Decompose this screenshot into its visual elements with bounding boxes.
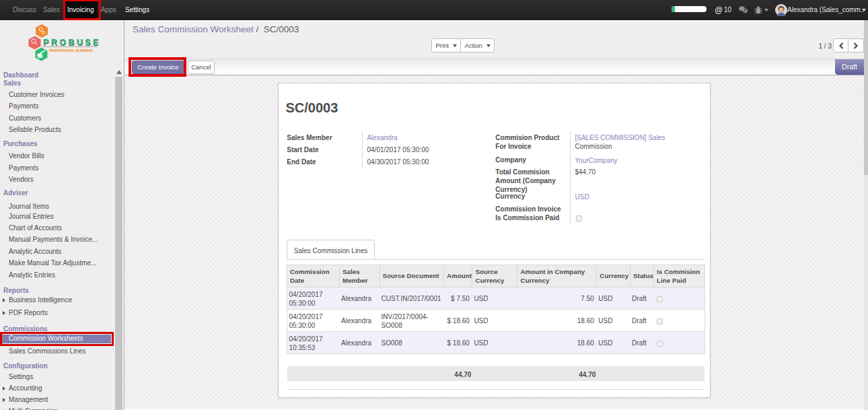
svg-text:PROFESSIONAL BUSINESS: PROFESSIONAL BUSINESS — [49, 49, 94, 53]
svg-text:PROBUSE: PROBUSE — [43, 38, 101, 47]
